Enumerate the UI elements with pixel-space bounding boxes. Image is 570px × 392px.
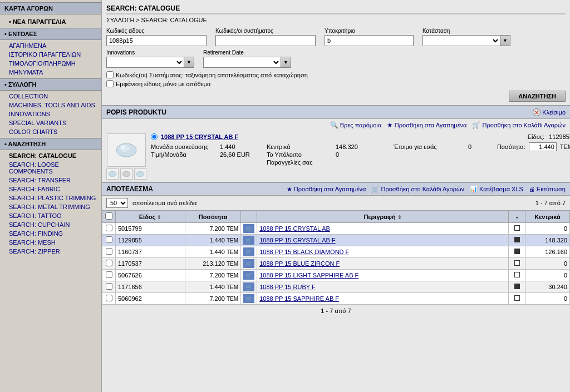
product-thumb-3[interactable]: [134, 168, 146, 180]
favorites-icon: ★: [387, 121, 393, 129]
sidebar-item-machines[interactable]: MACHINES, TOOLS AND AIDS: [0, 101, 101, 110]
row-cart-icon[interactable]: 🛒: [243, 224, 254, 233]
sidebar-section-karta-agoron[interactable]: ΚΑΡΤΑ ΑΓΟΡΩΝ: [0, 2, 101, 14]
checkbox2-label[interactable]: Εμφάνιση είδους μόνο με απόθεμα: [106, 80, 566, 87]
col-header-perigrafi: Περιγραφή ⇕: [257, 211, 509, 223]
row-perigrafi-link[interactable]: 1088 PP 15 BLUE ZIRCON F: [259, 260, 340, 267]
row-checkbox-cell[interactable]: [102, 223, 116, 235]
product-thumb-1[interactable]: [106, 168, 119, 180]
apotelasma-cart-link[interactable]: 🛒 Προσθήκη στο Καλάθι Αγορών: [371, 186, 464, 193]
apotelasma-favorites-link[interactable]: ★ Προσθήκη στα Αγαπημένα: [287, 186, 366, 193]
sidebar-item-collection[interactable]: COLLECTION: [0, 92, 101, 101]
sidebar-item-special-variants[interactable]: SPECIAL VARIANTS: [0, 118, 101, 127]
sidebar-section-syllogi[interactable]: • ΣΥΛΛΟΓΗ: [0, 78, 101, 91]
per-page-select[interactable]: 50: [106, 198, 128, 208]
perigrafi-sort-arrows[interactable]: ⇕: [397, 215, 402, 220]
kentrka-value: 148.320: [336, 143, 391, 150]
row-checkbox[interactable]: [106, 225, 112, 231]
innovations-dropdown-arrow[interactable]: ▼: [184, 57, 194, 68]
sidebar-item-innovations[interactable]: INNOVATIONS: [0, 110, 101, 118]
apotelasma-xls-link[interactable]: 📊 Κατέβασμα XLS: [470, 186, 523, 193]
row-cart-cell[interactable]: 🛒: [241, 293, 257, 305]
kodikos-eidous-input[interactable]: [106, 35, 207, 46]
row-cart-cell[interactable]: 🛒: [241, 281, 257, 293]
product-thumb-row: [106, 168, 146, 180]
retirement-date-arrow[interactable]: ▼: [281, 57, 291, 68]
apotelasma-print-link[interactable]: 🖨 Εκτύπωση: [529, 186, 566, 192]
row-perigrafi-link[interactable]: 1088 PP 15 RUBY F: [259, 284, 316, 290]
row-checkbox[interactable]: [106, 236, 112, 243]
sidebar-item-minymata[interactable]: ΜΗΝΥΜΑΤΑ: [0, 68, 101, 77]
product-eid-row: Είδος: 1129855: [528, 133, 570, 140]
row-cart-cell[interactable]: 🛒: [241, 258, 257, 270]
row-cart-cell[interactable]: 🛒: [241, 270, 257, 281]
eidos-sort-arrows[interactable]: ⇕: [157, 215, 161, 220]
kodikos-systimatos-input[interactable]: [215, 35, 316, 46]
row-cart-cell[interactable]: 🛒: [241, 246, 257, 258]
posotita-label: Ποσότητα:: [497, 143, 525, 150]
row-cart-icon[interactable]: 🛒: [243, 282, 254, 291]
row-perigrafi-link[interactable]: 1088 PP 15 SAPPHIRE AB F: [259, 295, 339, 302]
row-checkbox[interactable]: [106, 248, 112, 255]
sidebar-item-search-zipper[interactable]: SEARCH: ZIPPER: [0, 247, 101, 256]
sidebar-item-nea-paraggelia[interactable]: • ΝΕΑ ΠΑΡΑΓΓΕΛΙΑ: [0, 17, 101, 26]
row-perigrafi-link[interactable]: 1088 PP 15 CRYSTAL AB F: [259, 237, 336, 244]
sidebar-item-search-loose[interactable]: SEARCH: LOOSE COMPONENTS: [0, 160, 101, 176]
sidebar-section-entoles[interactable]: • ΕΝΤΟΛΕΣ: [0, 28, 101, 40]
innovations-select[interactable]: [106, 57, 184, 68]
eid-label: Είδος:: [528, 133, 544, 140]
product-thumb-2[interactable]: [120, 168, 132, 180]
row-checkbox[interactable]: [106, 295, 112, 301]
row-checkbox-cell[interactable]: [102, 270, 116, 281]
row-checkbox-cell[interactable]: [102, 281, 116, 293]
sidebar-item-search-cupchain[interactable]: SEARCH: CUPCHAIN: [0, 220, 101, 229]
sidebar-item-search-plastic[interactable]: SEARCH: PLASTIC TRIMMING: [0, 193, 101, 202]
product-radio[interactable]: [151, 133, 158, 140]
row-checkbox-cell[interactable]: [102, 258, 116, 270]
product-name-link[interactable]: 1088 PP 15 CRYSTAL AB F: [161, 133, 238, 140]
row-perigrafi-link[interactable]: 1088 PP 15 LIGHT SAPPHIRE AB F: [259, 272, 358, 279]
add-favorites-link[interactable]: ★ Προσθήκη στα Αγαπημένα: [387, 121, 467, 129]
row-checkbox[interactable]: [106, 283, 112, 290]
retirement-date-select[interactable]: [203, 57, 281, 68]
row-cart-icon[interactable]: 🛒: [243, 236, 254, 245]
ypokritiro-input[interactable]: [325, 35, 414, 46]
sidebar-section-anazitisi[interactable]: • ΑΝΑΖΗΤΗΣΗ: [0, 138, 101, 150]
row-cart-icon[interactable]: 🛒: [243, 294, 254, 303]
sidebar-item-search-fabric[interactable]: SEARCH: FABRIC: [0, 185, 101, 193]
sidebar-item-search-mesh[interactable]: SEARCH: MESH: [0, 238, 101, 247]
product-qty-input[interactable]: [529, 142, 557, 151]
row-perigrafi-link[interactable]: 1088 PP 15 CRYSTAL AB: [259, 225, 330, 232]
checkbox1[interactable]: [106, 71, 114, 78]
popis-close-button[interactable]: ✕ Κλείσιμο: [533, 108, 566, 116]
sidebar-item-istoriko[interactable]: ΙΣΤΟΡΙΚΟ ΠΑΡΑΓΓΕΛΙΩΝ: [0, 50, 101, 59]
row-perigrafi-link[interactable]: 1088 PP 15 BLACK DIAMOND F: [259, 249, 349, 255]
row-cart-icon[interactable]: 🛒: [243, 247, 254, 256]
sidebar-item-search-finding[interactable]: SEARCH: FINDING: [0, 229, 101, 238]
row-cart-cell[interactable]: 🛒: [241, 223, 257, 235]
add-cart-link[interactable]: 🛒 Προσθήκη στο Καλάθι Αγορών: [472, 121, 566, 129]
sidebar-item-agapimena[interactable]: ΑΓΑΠΗΜΕΝΑ: [0, 41, 101, 50]
breadcrumb-home[interactable]: ΣΥΛΛΟΓΗ: [106, 17, 134, 23]
row-checkbox-cell[interactable]: [102, 293, 116, 305]
sidebar-item-color-charts[interactable]: COLOR CHARTS: [0, 127, 101, 136]
search-button[interactable]: ΑΝΑΖΗΤΗΣΗ: [509, 91, 566, 102]
sidebar-item-search-metal[interactable]: SEARCH: METAL TRIMMING: [0, 202, 101, 211]
find-similar-link[interactable]: 🔍 Βρες παρόμοιο: [330, 121, 381, 129]
select-all-checkbox[interactable]: [105, 212, 112, 220]
sidebar-item-timologio[interactable]: ΤΙΜΟΛΟΓΙΟ/ΠΛΗΡΩΜΗ: [0, 59, 101, 68]
sidebar-item-search-transfer[interactable]: SEARCH: TRANSFER: [0, 176, 101, 185]
row-checkbox[interactable]: [106, 260, 112, 266]
row-cart-icon[interactable]: 🛒: [243, 271, 254, 280]
row-cart-cell[interactable]: 🛒: [241, 235, 257, 246]
sidebar-item-search-tattoo[interactable]: SEARCH: TATTOO: [0, 211, 101, 220]
row-checkbox[interactable]: [106, 271, 112, 278]
row-checkbox-cell[interactable]: [102, 246, 116, 258]
row-cart-icon[interactable]: 🛒: [243, 259, 254, 268]
checkbox1-label[interactable]: Κωδικός(οι) Συστήματος: ταξινόμηση αποτε…: [106, 71, 566, 78]
katastasi-select[interactable]: [422, 35, 500, 46]
sidebar-item-search-catalogue[interactable]: SEARCH: CATALOGUE: [0, 151, 101, 160]
row-checkbox-cell[interactable]: [102, 235, 116, 246]
katastasi-dropdown-arrow[interactable]: ▼: [500, 35, 510, 46]
checkbox2[interactable]: [106, 80, 114, 87]
